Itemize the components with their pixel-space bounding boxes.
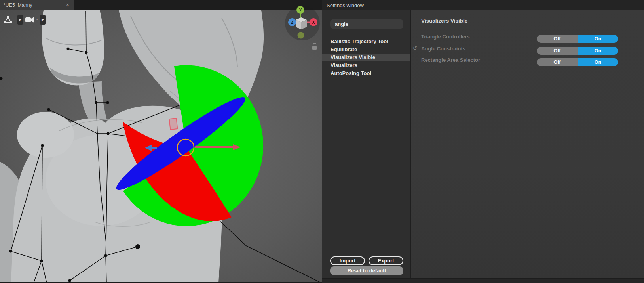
export-button[interactable]: Export bbox=[369, 256, 403, 265]
toggle-on-button[interactable]: On bbox=[578, 47, 618, 55]
toggle-on-button[interactable]: On bbox=[578, 58, 618, 66]
svg-text:X: X bbox=[312, 20, 315, 25]
settings-sidebar: Ballistic Trajectory Tool Equilibrate Vi… bbox=[322, 10, 410, 278]
detail-heading: Visualizers Visible bbox=[421, 18, 467, 24]
application-window: *UE5_Manny × bbox=[0, 0, 644, 283]
import-button[interactable]: Import bbox=[330, 256, 365, 265]
toolbar-expander-button-2[interactable]: ▶ bbox=[40, 15, 46, 25]
settings-tool-list: Ballistic Trajectory Tool Equilibrate Vi… bbox=[322, 38, 410, 77]
gizmo-cube[interactable] bbox=[296, 17, 307, 29]
camera-dropdown-chevron[interactable]: ⌄ bbox=[35, 16, 39, 21]
list-item-ballistic-trajectory-tool[interactable]: Ballistic Trajectory Tool bbox=[322, 38, 410, 46]
label-rectangle-area-selector: Rectangle Area Selector bbox=[421, 57, 480, 63]
panel-bottom-strip bbox=[322, 278, 644, 283]
circular-arrow-icon[interactable]: ↺ bbox=[413, 45, 417, 51]
toggle-rectangle-area-selector: Off On bbox=[537, 58, 618, 66]
svg-text:Y: Y bbox=[299, 8, 302, 12]
reset-to-default-button[interactable]: Reset to default bbox=[330, 266, 403, 275]
svg-text:Z: Z bbox=[291, 20, 293, 25]
list-item-visualizers[interactable]: Visualizers bbox=[322, 61, 410, 69]
settings-title: Settings window bbox=[327, 2, 364, 8]
close-icon[interactable]: × bbox=[64, 1, 71, 8]
list-item-equilibrate[interactable]: Equilibrate bbox=[322, 46, 410, 54]
toggle-off-button[interactable]: Off bbox=[537, 35, 578, 43]
toggle-on-button[interactable]: On bbox=[578, 35, 618, 43]
list-item-visualizers-visible[interactable]: Visualizers Visible bbox=[322, 54, 410, 61]
settings-detail-pane: Visualizers Visible Triangle Controllers… bbox=[411, 10, 644, 278]
lock-icon[interactable] bbox=[311, 42, 318, 51]
axis-y-negative-ball[interactable] bbox=[298, 32, 304, 39]
viewport-tab-bar: *UE5_Manny × bbox=[0, 0, 322, 10]
toggle-angle-constraints: Off On bbox=[537, 47, 618, 55]
camera-icon[interactable] bbox=[25, 17, 35, 23]
toggle-off-button[interactable]: Off bbox=[537, 58, 578, 66]
red-rect-selector[interactable] bbox=[169, 118, 178, 130]
view-gizmo[interactable]: Y Z X bbox=[283, 3, 321, 44]
viewport-3d[interactable] bbox=[0, 10, 322, 283]
label-triangle-controllers: Triangle Controllers bbox=[421, 34, 470, 40]
list-item-autoposing-tool[interactable]: AutoPosing Tool bbox=[322, 69, 410, 77]
search-input[interactable] bbox=[330, 19, 403, 29]
toggle-off-button[interactable]: Off bbox=[537, 47, 578, 55]
settings-titlebar[interactable]: Settings window bbox=[322, 0, 644, 10]
label-angle-constraints: Angle Constraints bbox=[421, 46, 465, 52]
axis-y-ball[interactable]: Y bbox=[296, 6, 304, 14]
settings-window: Settings window Ballistic Trajectory Too… bbox=[322, 0, 644, 283]
tab-title: *UE5_Manny bbox=[4, 2, 32, 8]
viewport-canvas[interactable] bbox=[0, 10, 322, 283]
axis-x-ball[interactable]: X bbox=[310, 18, 317, 26]
tab-ue5-manny[interactable]: *UE5_Manny × bbox=[0, 0, 74, 10]
visualizer-tool-icon[interactable] bbox=[3, 15, 13, 25]
toggle-triangle-controllers: Off On bbox=[537, 35, 618, 43]
toolbar-expander-button[interactable]: ▶ bbox=[17, 15, 23, 25]
axis-z-ball[interactable]: Z bbox=[288, 18, 296, 26]
